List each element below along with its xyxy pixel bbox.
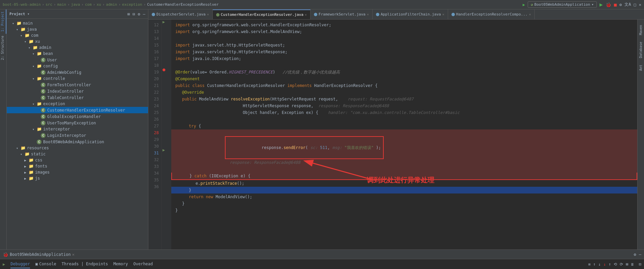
tree-item-tablecontroller[interactable]: C TableController	[7, 94, 148, 101]
debug-tab-debugger[interactable]: Debugger	[10, 260, 30, 268]
tree-item-user[interactable]: C User	[7, 57, 148, 63]
code-line-29: } catch (IOException e) {	[171, 173, 637, 180]
file-tree-panel: Project ▾ ⊞ ⊟ ⚙ — ▾ 📁 main ▾ 📁 java	[7, 9, 148, 249]
spring-icon	[216, 13, 219, 17]
tree-item-images[interactable]: ▶ 📁 images	[7, 169, 148, 175]
close-tab-icon[interactable]: ✕	[529, 12, 531, 16]
tab-applicationfilterchain[interactable]: ApplicationFilterChain.java ✕	[373, 9, 448, 20]
layout-icon[interactable]: ⊡	[639, 262, 641, 267]
structure-tab[interactable]: 2: Structure	[0, 34, 6, 62]
debug-right-icons: ≡ ↑ ↓ ↓ ↑ ⟲ ⟳ ⊞ ≣ ⊡	[588, 262, 641, 267]
close-tab-icon[interactable]: ✕	[305, 13, 307, 17]
debug-icon-3[interactable]: ↓	[598, 262, 601, 267]
debug-icon-2[interactable]: ↑	[593, 262, 595, 267]
debug-icon-5[interactable]: ↑	[609, 262, 611, 267]
tree-item-main[interactable]: ▾ 📁 main	[7, 20, 148, 26]
debug-icon-7[interactable]: ⟳	[620, 262, 623, 267]
debug-tab-memory[interactable]: Memory	[113, 260, 128, 268]
close-icon[interactable]: ✕	[639, 2, 641, 7]
code-line-12: import org.springframework.web.servlet.H…	[171, 22, 637, 28]
tree-item-usertoomanyexception[interactable]: C UserTooManyException	[7, 120, 148, 126]
sidebar-header: Project ▾ ⊞ ⊟ ⚙ —	[7, 9, 148, 19]
debug-icon-6[interactable]: ⟲	[614, 262, 617, 267]
tree-item-interceptor[interactable]: ▾ 📁 interceptor	[7, 126, 148, 132]
java-icon	[376, 13, 379, 16]
translate-icon[interactable]: 文A	[624, 2, 631, 7]
project-tab[interactable]: 1: Project	[0, 9, 6, 34]
code-line-13: import org.springframework.web.servlet.M…	[171, 28, 637, 35]
debug-icon-1[interactable]: ≡	[588, 262, 590, 267]
tree-item-adminwebconfig[interactable]: C AdminWebConfig	[7, 69, 148, 76]
debug-tab-console[interactable]: ▣ Console	[35, 260, 56, 268]
settings-icon[interactable]: ⚙	[619, 2, 622, 7]
code-line-18	[171, 62, 637, 69]
breadcrumb-project[interactable]: boot-05-web-admin	[3, 2, 41, 7]
stop-button[interactable]: ■	[614, 2, 617, 7]
expand-all-icon[interactable]: ⊞	[127, 12, 130, 17]
close-tab-icon[interactable]: ✕	[207, 12, 209, 16]
maven-vtab[interactable]: Maven	[638, 22, 643, 38]
debug-tab-threads[interactable]: Threads | Endpoints	[62, 260, 108, 268]
debug-icon-8[interactable]: ⊞	[626, 262, 628, 267]
code-line-33: }	[171, 200, 637, 207]
code-line-16: import javax.servlet.http.HttpServletRes…	[171, 49, 637, 55]
debug-tab-overhead[interactable]: Overhead	[133, 260, 153, 268]
tree-item-globalexceptionhandler[interactable]: C GlobalExceptionHandler	[7, 113, 148, 120]
tree-item-controlle[interactable]: ▾ 📁 controlle	[7, 76, 148, 82]
java-icon	[451, 13, 455, 16]
code-line-34: }	[171, 207, 637, 214]
tree-item-bean[interactable]: ▾ 📁 bean	[7, 51, 148, 57]
tree-item-js[interactable]: ▶ 📁 js	[7, 175, 148, 181]
code-line-22: @Override	[171, 89, 637, 96]
tree-item-admin[interactable]: ▾ 📁 admin	[7, 44, 148, 51]
code-editor[interactable]: 12 13 14 15 16 17 18 19 20 21 22 23 24 2…	[148, 20, 644, 249]
java-icon	[152, 13, 155, 16]
debug-icon-9[interactable]: ≣	[631, 262, 634, 267]
close-sidebar-icon[interactable]: —	[143, 12, 145, 17]
minimize-icon[interactable]: —	[639, 252, 641, 257]
code-line-21: public class CustomerHandlerExceptionRes…	[171, 82, 637, 89]
ant-vtab[interactable]: Ant	[638, 62, 643, 73]
tree-item-config[interactable]: ▾ 📁 config	[7, 63, 148, 69]
console-icon: ▣	[35, 262, 38, 266]
code-content[interactable]: import org.springframework.web.servlet.H…	[171, 20, 637, 249]
database-vtab[interactable]: Database	[638, 39, 643, 61]
chevron-down-icon: ▾	[591, 2, 594, 7]
close-debug-icon[interactable]: ✕	[72, 252, 75, 257]
maximize-icon[interactable]: □	[634, 2, 636, 7]
debug-icon-4[interactable]: ↓	[604, 262, 606, 267]
java-icon	[314, 13, 317, 16]
settings-icon[interactable]: ⚙	[138, 12, 140, 17]
code-line-28: response.sendError( sc: 511, msg: "我喜欢的错…	[171, 129, 637, 173]
tab-frameworkservlet[interactable]: FrameworkServlet.java ✕	[311, 9, 373, 20]
tree-item-resources[interactable]: ▾ 📁 resources	[7, 145, 148, 151]
run-config[interactable]: ◕ Boot05WebAdminApplication ▾	[528, 1, 597, 8]
tree-item-formtestcontroller[interactable]: C FormTestController	[7, 82, 148, 88]
debug-button[interactable]: 🐞	[606, 2, 611, 7]
settings-icon[interactable]: ⚙	[634, 252, 636, 257]
play-button[interactable]: ▶	[599, 1, 603, 8]
tree-item-css[interactable]: ▶ 📁 css	[7, 157, 148, 163]
tree-item-indexcontroller[interactable]: C IndexController	[7, 88, 148, 94]
debug-tabs: ▶ Debugger ▣ Console Threads | Endpoints…	[0, 259, 644, 269]
close-tab-icon[interactable]: ✕	[442, 12, 444, 16]
debug-play-icon[interactable]: ▶	[3, 262, 5, 267]
tree-item-exception[interactable]: ▾ 📁 exception	[7, 101, 148, 107]
tree-item-fonts[interactable]: ▶ 📁 fonts	[7, 163, 148, 169]
tree-item-boot05webadminapplication[interactable]: C Boot05WebAdminApplication	[7, 139, 148, 145]
tab-dispatcherservlet[interactable]: DispatcherServlet.java ✕	[148, 9, 213, 20]
breakpoint-icon[interactable]: ●	[163, 67, 165, 72]
code-line-24: HttpServletResponse response, response: …	[171, 102, 637, 109]
tree-item-static[interactable]: ▾ 📁 static	[7, 151, 148, 157]
tree-item-logininterceptor[interactable]: C LoginInterceptor	[7, 132, 148, 139]
code-line-36	[171, 220, 637, 227]
tree-item-java[interactable]: ▾ 📁 java	[7, 26, 148, 32]
tree-item-xu[interactable]: ▾ 📁 xu	[7, 38, 148, 44]
run-current-icon: ▶	[163, 148, 165, 152]
collapse-all-icon[interactable]: ⊟	[133, 12, 135, 17]
tree-item-com[interactable]: ▾ 📁 com	[7, 32, 148, 38]
tab-customerhandlerexceptionresolver[interactable]: CustomerHandlerExceptionResolver.java ✕	[213, 9, 311, 20]
tab-handlerexceptionresolvercompo[interactable]: HandlerExceptionResolverCompo... ✕	[448, 9, 535, 20]
close-tab-icon[interactable]: ✕	[367, 12, 369, 16]
tree-item-customerhandlerexceptionresolver[interactable]: C CustomerHandlerExceptionResolver	[7, 107, 148, 113]
